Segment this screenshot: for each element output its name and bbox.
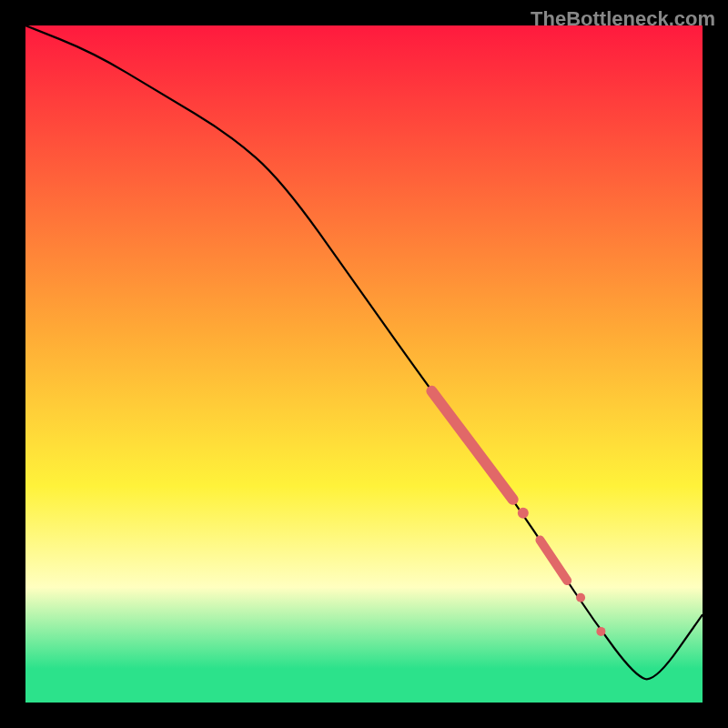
highlight-dot [596,627,605,636]
highlight-dot [576,593,585,602]
chart-area [25,25,703,703]
watermark-text: TheBottleneck.com [531,7,715,31]
gradient-background [25,25,703,703]
highlight-dot [518,508,529,519]
chart-svg [25,25,703,703]
